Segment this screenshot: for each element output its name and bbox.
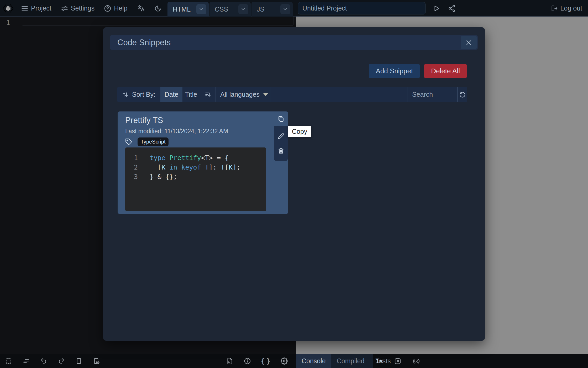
refresh-button[interactable]: [458, 87, 467, 102]
info-icon[interactable]: [244, 357, 251, 365]
pane-js-label: JS: [257, 6, 264, 13]
pane-html-label: HTML: [173, 6, 191, 13]
sort-direction-button[interactable]: [200, 87, 216, 102]
tab-compiled[interactable]: Compiled: [331, 354, 370, 368]
snippet-toolbar: Sort By: Date Title All languages: [117, 87, 467, 102]
paste-icon[interactable]: [93, 357, 100, 365]
delete-all-button[interactable]: Delete All: [424, 64, 467, 78]
search-input[interactable]: [407, 91, 449, 98]
open-preview-window-icon[interactable]: [394, 357, 401, 365]
tab-console[interactable]: Console: [296, 354, 331, 368]
toolbar-spacer: [270, 87, 407, 102]
playback-speed[interactable]: 1×: [376, 357, 383, 365]
css-options-button[interactable]: [238, 4, 248, 14]
snippet-last-modified: Last modified: 11/13/2024, 1:22:32 AM: [125, 128, 228, 135]
snippet-code-block: 1type Prettify<T> = {2 [K in keyof T]: T…: [125, 147, 266, 211]
modal-actions: Add Snippet Delete All: [103, 64, 467, 78]
statusbar-preview-tools: 1×: [376, 354, 420, 368]
code-line: 1type Prettify<T> = {: [125, 153, 266, 163]
html-options-button[interactable]: [196, 4, 206, 14]
sort-by-label: Sort By:: [132, 91, 157, 98]
copy-snippet-button[interactable]: [274, 111, 288, 126]
statusbar-editor-tools: [5, 354, 100, 368]
menu-help-label: Help: [114, 4, 127, 12]
copy-icon: [278, 116, 284, 122]
snippet-language-badge: TypeScript: [138, 137, 169, 146]
code-snippets-modal: Code Snippets Add Snippet Delete All Sor…: [103, 27, 485, 341]
menu-project[interactable]: Project: [21, 4, 51, 12]
tag-icon: [125, 138, 132, 145]
code-line: 3} & {};: [125, 172, 266, 182]
pane-css-label: CSS: [215, 6, 228, 13]
app-root: Project Settings Help: [0, 0, 588, 368]
trash-icon: [278, 147, 284, 154]
status-bar: { } Console Compiled Tests 1×: [0, 354, 588, 368]
menu-settings[interactable]: Settings: [61, 4, 94, 12]
add-snippet-button[interactable]: Add Snippet: [369, 64, 420, 78]
app-logo-icon[interactable]: [2, 3, 14, 14]
delete-snippet-button[interactable]: [278, 147, 284, 154]
live-broadcast-icon[interactable]: [412, 357, 420, 365]
theme-toggle[interactable]: [154, 5, 162, 12]
menu-settings-label: Settings: [71, 4, 94, 12]
copy-tooltip: Copy: [288, 126, 311, 137]
navbar-left-cluster: Project Settings Help: [2, 0, 162, 17]
snippet-search: [407, 87, 457, 102]
close-modal-button[interactable]: [461, 36, 477, 49]
select-all-icon[interactable]: [5, 357, 12, 365]
pane-select-html[interactable]: HTML: [167, 2, 209, 17]
language-filter-dropdown[interactable]: All languages: [216, 87, 270, 102]
format-code-icon[interactable]: [23, 357, 30, 365]
moon-icon: [154, 5, 162, 12]
braces-icon[interactable]: { }: [261, 357, 270, 365]
close-icon: [465, 39, 472, 46]
copy-code-icon[interactable]: [75, 357, 82, 365]
snippet-action-rail: [274, 111, 288, 161]
modal-title: Code Snippets: [110, 38, 171, 47]
translate-button[interactable]: [137, 4, 145, 12]
menu-project-label: Project: [31, 4, 51, 12]
preview-tabs: Console Compiled Tests: [296, 354, 373, 368]
sort-arrows-icon: [122, 91, 129, 98]
snippet-code-lines: 1type Prettify<T> = {2 [K in keyof T]: T…: [125, 153, 266, 182]
logout-icon: [550, 5, 558, 12]
snippet-action-rail-lower: [274, 126, 288, 161]
logout-label: Log out: [560, 4, 582, 12]
help-circle-icon: [104, 5, 111, 12]
snippet-card[interactable]: Prettify TS Last modified: 11/13/2024, 1…: [118, 111, 288, 214]
editor-pane-selectors: HTML CSS JS: [167, 2, 293, 17]
translate-icon: [137, 4, 145, 12]
sort-by-title-button[interactable]: Title: [182, 87, 200, 102]
project-name-input[interactable]: [298, 2, 426, 14]
snippet-title: Prettify TS: [125, 116, 163, 125]
caret-down-icon: [263, 93, 268, 96]
snippet-tag-row: TypeScript: [125, 137, 169, 146]
menu-help[interactable]: Help: [104, 4, 127, 12]
hamburger-icon: [21, 5, 28, 12]
language-filter-value: All languages: [220, 91, 260, 98]
share-button[interactable]: [448, 4, 456, 12]
editor-current-line: [22, 17, 293, 25]
statusbar-file-tools: { }: [226, 354, 288, 368]
pane-select-js[interactable]: JS: [251, 2, 293, 17]
redo-icon[interactable]: [58, 357, 65, 365]
gear-icon[interactable]: [281, 357, 288, 365]
modal-header: Code Snippets: [110, 35, 478, 50]
top-navbar: Project Settings Help: [0, 0, 588, 17]
file-link-icon[interactable]: [226, 357, 233, 365]
undo-icon[interactable]: [40, 357, 47, 365]
edit-snippet-button[interactable]: [278, 133, 284, 140]
pencil-icon: [278, 133, 284, 140]
run-button[interactable]: [433, 4, 440, 12]
pane-select-css[interactable]: CSS: [209, 2, 251, 17]
js-options-button[interactable]: [280, 4, 290, 14]
editor-line-number: 1: [0, 19, 16, 27]
sort-by-date-button[interactable]: Date: [160, 87, 182, 102]
code-line: 2 [K in keyof T]: T[K];: [125, 163, 266, 172]
logout-button[interactable]: Log out: [550, 0, 582, 17]
sliders-icon: [61, 5, 68, 12]
